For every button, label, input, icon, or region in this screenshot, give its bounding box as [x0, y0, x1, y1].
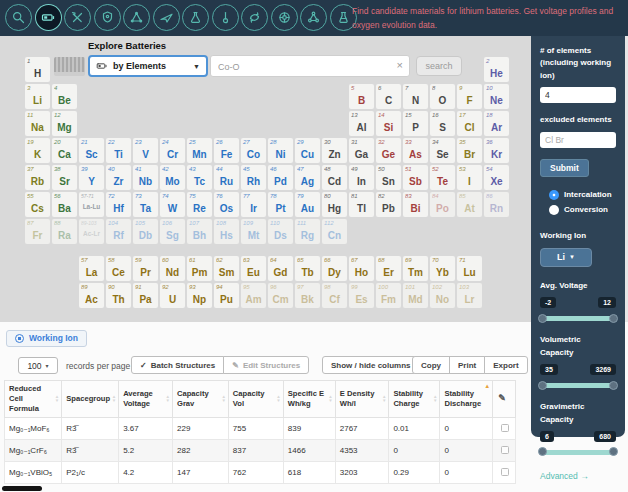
element-cell-O[interactable]: 8O [430, 84, 455, 109]
element-cell-He[interactable]: 2He [484, 57, 509, 82]
element-cell-Lu[interactable]: 71Lu [457, 256, 482, 281]
element-cell-La-Lu[interactable]: 57-71La-Lu [79, 192, 104, 217]
element-cell-Pb[interactable]: 82Pb [376, 192, 401, 217]
search-icon[interactable] [5, 4, 32, 31]
element-cell-Bh[interactable]: 107Bh [187, 219, 212, 244]
column-header-e-density-wh-l[interactable]: E Density Wh/l▲▼ [335, 381, 389, 418]
element-cell-C[interactable]: 6C [376, 84, 401, 109]
element-cell-La[interactable]: 57La [79, 256, 104, 281]
batch-structures-button[interactable]: ✓ Batch Structures [131, 356, 224, 374]
working-ion-legend-button[interactable]: Working Ion [6, 330, 87, 347]
sync-arrows-icon[interactable] [241, 4, 268, 31]
column-header-stability-charge[interactable]: Stability Charge▲▼ [389, 381, 440, 418]
element-cell-Ce[interactable]: 58Ce [106, 256, 131, 281]
element-cell-Y[interactable]: 39Y [79, 165, 104, 190]
element-cell-Sb[interactable]: 51Sb [403, 165, 428, 190]
element-cell-H[interactable]: 1H [25, 57, 50, 82]
element-cell-P[interactable]: 15P [403, 111, 428, 136]
element-cell-Mt[interactable]: 109Mt [241, 219, 266, 244]
element-cell-Pd[interactable]: 46Pd [268, 165, 293, 190]
element-cell-Tl[interactable]: 81Tl [349, 192, 374, 217]
element-cell-Am[interactable]: 95Am [241, 283, 266, 308]
advanced-link[interactable]: Advanced → [540, 471, 616, 481]
element-cell-F[interactable]: 9F [457, 84, 482, 109]
element-cell-Br[interactable]: 35Br [457, 138, 482, 163]
element-cell-Pm[interactable]: 61Pm [187, 256, 212, 281]
element-cell-Tb[interactable]: 65Tb [295, 256, 320, 281]
excluded-elements-input[interactable] [540, 132, 616, 148]
bird-icon[interactable] [153, 4, 180, 31]
slider-track[interactable] [540, 316, 616, 321]
element-cell-Rf[interactable]: 104Rf [106, 219, 131, 244]
element-cell-Ga[interactable]: 31Ga [349, 138, 374, 163]
element-cell-Sc[interactable]: 21Sc [79, 138, 104, 163]
show-hide-columns-button[interactable]: Show / hide columns [322, 356, 420, 374]
element-cell-W[interactable]: 74W [160, 192, 185, 217]
element-cell-Rh[interactable]: 45Rh [241, 165, 266, 190]
element-cell-Ac[interactable]: 89Ac [79, 283, 104, 308]
element-cell-Nb[interactable]: 41Nb [133, 165, 158, 190]
element-cell-Os[interactable]: 76Os [214, 192, 239, 217]
submit-button[interactable]: Submit [540, 159, 589, 177]
element-cell-Cu[interactable]: 29Cu [295, 138, 320, 163]
element-cell-Db[interactable]: 105Db [133, 219, 158, 244]
slider-handle-min[interactable] [538, 314, 547, 323]
element-cell-Ds[interactable]: 110Ds [268, 219, 293, 244]
element-cell-Na[interactable]: 11Na [25, 111, 50, 136]
element-cell-Pr[interactable]: 59Pr [133, 256, 158, 281]
element-cell-Rg[interactable]: 111Rg [295, 219, 320, 244]
element-cell-Mg[interactable]: 12Mg [52, 111, 77, 136]
element-cell-Ar[interactable]: 18Ar [484, 111, 509, 136]
element-cell-Si[interactable]: 14Si [376, 111, 401, 136]
phase-diagram-icon[interactable] [123, 4, 150, 31]
element-cell-At[interactable]: 85At [457, 192, 482, 217]
element-cell-Be[interactable]: 4Be [52, 84, 77, 109]
slider-track[interactable] [540, 450, 616, 455]
flask-icon[interactable] [182, 4, 209, 31]
element-cell-Tc[interactable]: 43Tc [187, 165, 212, 190]
row-checkbox[interactable] [501, 468, 509, 476]
element-cell-N[interactable]: 7N [403, 84, 428, 109]
radio-dot-icon[interactable] [549, 190, 559, 200]
num-elements-input[interactable] [540, 87, 616, 103]
element-cell-U[interactable]: 92U [160, 283, 185, 308]
slider-handle-min[interactable] [538, 381, 547, 390]
element-cell-Bk[interactable]: 97Bk [295, 283, 320, 308]
element-cell-Er[interactable]: 68Er [376, 256, 401, 281]
element-cell-As[interactable]: 33As [403, 138, 428, 163]
radio-conversion[interactable]: Conversion [549, 205, 616, 215]
element-cell-Po[interactable]: 84Po [430, 192, 455, 217]
radio-intercalation[interactable]: Intercalation [549, 190, 616, 200]
element-cell-Gd[interactable]: 64Gd [268, 256, 293, 281]
element-cell-Zr[interactable]: 40Zr [106, 165, 131, 190]
element-cell-Hs[interactable]: 108Hs [214, 219, 239, 244]
element-cell-Mn[interactable]: 25Mn [187, 138, 212, 163]
element-cell-Th[interactable]: 90Th [106, 283, 131, 308]
element-cell-Kr[interactable]: 36Kr [484, 138, 509, 163]
element-cell-Nd[interactable]: 60Nd [160, 256, 185, 281]
edit-structures-button[interactable]: ✎ Edit Structures [223, 356, 309, 374]
thermometer-icon[interactable] [212, 4, 239, 31]
shield-icon[interactable] [94, 4, 121, 31]
element-cell-Cr[interactable]: 24Cr [160, 138, 185, 163]
element-cell-Ge[interactable]: 32Ge [376, 138, 401, 163]
element-cell-Ca[interactable]: 20Ca [52, 138, 77, 163]
export-button[interactable]: Export [484, 356, 527, 374]
element-cell-Co[interactable]: 27Co [241, 138, 266, 163]
element-cell-Cs[interactable]: 55Cs [25, 192, 50, 217]
column-header-average-voltage[interactable]: Average Voltage▲▼ [119, 381, 173, 418]
element-cell-Ra[interactable]: 88Ra [52, 219, 77, 244]
element-cell-Eu[interactable]: 63Eu [241, 256, 266, 281]
element-cell-Ac-Lr[interactable]: 89-103Ac-Lr [79, 219, 104, 244]
element-cell-In[interactable]: 49In [349, 165, 374, 190]
element-cell-Te[interactable]: 52Te [430, 165, 455, 190]
element-cell-Dy[interactable]: 66Dy [322, 256, 347, 281]
horizontal-scrollbar-thumb[interactable] [2, 486, 42, 491]
element-cell-Xe[interactable]: 54Xe [484, 165, 509, 190]
element-cell-Np[interactable]: 93Np [187, 283, 212, 308]
element-cell-Ba[interactable]: 56Ba [52, 192, 77, 217]
battery-app-icon[interactable] [35, 4, 62, 31]
element-cell-Ag[interactable]: 47Ag [295, 165, 320, 190]
print-button[interactable]: Print [449, 356, 485, 374]
element-cell-Cn[interactable]: 112Cn [322, 219, 347, 244]
